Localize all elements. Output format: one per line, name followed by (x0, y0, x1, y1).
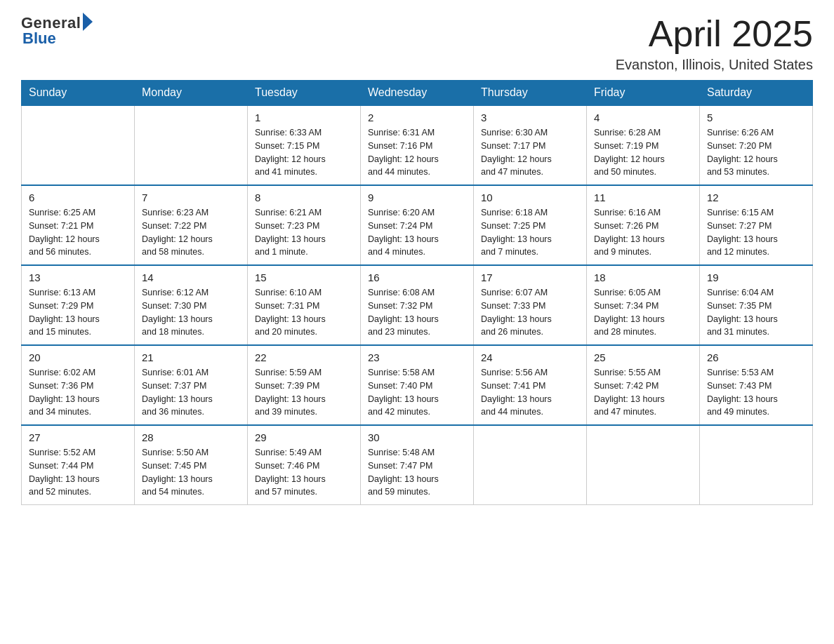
day-info: Sunrise: 6:08 AM Sunset: 7:32 PM Dayligh… (368, 286, 466, 339)
day-number: 7 (142, 192, 240, 203)
calendar-body: 1Sunrise: 6:33 AM Sunset: 7:15 PM Daylig… (22, 105, 813, 505)
day-info: Sunrise: 5:56 AM Sunset: 7:41 PM Dayligh… (481, 366, 579, 419)
calendar-day-empty (135, 105, 248, 185)
logo-blue-text: Blue (22, 29, 56, 48)
calendar-day-19: 19Sunrise: 6:04 AM Sunset: 7:35 PM Dayli… (700, 265, 813, 345)
calendar-day-9: 9Sunrise: 6:20 AM Sunset: 7:24 PM Daylig… (361, 185, 474, 265)
calendar-day-1: 1Sunrise: 6:33 AM Sunset: 7:15 PM Daylig… (248, 105, 361, 185)
weekday-header-monday: Monday (135, 81, 248, 106)
day-number: 10 (481, 192, 579, 203)
day-info: Sunrise: 6:31 AM Sunset: 7:16 PM Dayligh… (368, 126, 466, 179)
day-number: 5 (707, 112, 805, 123)
day-info: Sunrise: 6:04 AM Sunset: 7:35 PM Dayligh… (707, 286, 805, 339)
calendar-week-5: 27Sunrise: 5:52 AM Sunset: 7:44 PM Dayli… (22, 425, 813, 505)
day-info: Sunrise: 5:58 AM Sunset: 7:40 PM Dayligh… (368, 366, 466, 419)
calendar-day-12: 12Sunrise: 6:15 AM Sunset: 7:27 PM Dayli… (700, 185, 813, 265)
calendar-day-24: 24Sunrise: 5:56 AM Sunset: 7:41 PM Dayli… (474, 345, 587, 425)
page-header: General Blue April 2025 Evanston, Illino… (21, 14, 813, 73)
day-number: 11 (594, 192, 692, 203)
day-number: 4 (594, 112, 692, 123)
calendar-day-18: 18Sunrise: 6:05 AM Sunset: 7:34 PM Dayli… (587, 265, 700, 345)
day-number: 12 (707, 192, 805, 203)
day-number: 14 (142, 271, 240, 283)
day-info: Sunrise: 6:02 AM Sunset: 7:36 PM Dayligh… (29, 366, 127, 419)
day-number: 17 (481, 271, 579, 283)
day-info: Sunrise: 6:20 AM Sunset: 7:24 PM Dayligh… (368, 206, 466, 259)
day-number: 21 (142, 351, 240, 363)
day-info: Sunrise: 6:16 AM Sunset: 7:26 PM Dayligh… (594, 206, 692, 259)
day-info: Sunrise: 5:52 AM Sunset: 7:44 PM Dayligh… (29, 446, 127, 499)
day-number: 29 (255, 431, 353, 443)
month-title: April 2025 (616, 14, 813, 54)
weekday-header-sunday: Sunday (22, 81, 135, 106)
day-number: 19 (707, 271, 805, 283)
day-number: 25 (594, 351, 692, 363)
calendar-day-16: 16Sunrise: 6:08 AM Sunset: 7:32 PM Dayli… (361, 265, 474, 345)
day-info: Sunrise: 5:50 AM Sunset: 7:45 PM Dayligh… (142, 446, 240, 499)
calendar-day-28: 28Sunrise: 5:50 AM Sunset: 7:45 PM Dayli… (135, 425, 248, 505)
calendar-day-4: 4Sunrise: 6:28 AM Sunset: 7:19 PM Daylig… (587, 105, 700, 185)
calendar-week-3: 13Sunrise: 6:13 AM Sunset: 7:29 PM Dayli… (22, 265, 813, 345)
weekday-header-friday: Friday (587, 81, 700, 106)
day-info: Sunrise: 6:12 AM Sunset: 7:30 PM Dayligh… (142, 286, 240, 339)
calendar-day-empty (22, 105, 135, 185)
calendar-day-21: 21Sunrise: 6:01 AM Sunset: 7:37 PM Dayli… (135, 345, 248, 425)
calendar-day-11: 11Sunrise: 6:16 AM Sunset: 7:26 PM Dayli… (587, 185, 700, 265)
calendar-week-1: 1Sunrise: 6:33 AM Sunset: 7:15 PM Daylig… (22, 105, 813, 185)
day-info: Sunrise: 6:23 AM Sunset: 7:22 PM Dayligh… (142, 206, 240, 259)
calendar-day-3: 3Sunrise: 6:30 AM Sunset: 7:17 PM Daylig… (474, 105, 587, 185)
calendar-day-17: 17Sunrise: 6:07 AM Sunset: 7:33 PM Dayli… (474, 265, 587, 345)
day-info: Sunrise: 5:53 AM Sunset: 7:43 PM Dayligh… (707, 366, 805, 419)
calendar-day-23: 23Sunrise: 5:58 AM Sunset: 7:40 PM Dayli… (361, 345, 474, 425)
calendar-day-22: 22Sunrise: 5:59 AM Sunset: 7:39 PM Dayli… (248, 345, 361, 425)
day-number: 9 (368, 192, 466, 203)
day-info: Sunrise: 5:59 AM Sunset: 7:39 PM Dayligh… (255, 366, 353, 419)
day-info: Sunrise: 6:05 AM Sunset: 7:34 PM Dayligh… (594, 286, 692, 339)
weekday-header-wednesday: Wednesday (361, 81, 474, 106)
day-info: Sunrise: 6:07 AM Sunset: 7:33 PM Dayligh… (481, 286, 579, 339)
day-info: Sunrise: 5:49 AM Sunset: 7:46 PM Dayligh… (255, 446, 353, 499)
calendar-day-empty (587, 425, 700, 505)
day-number: 8 (255, 192, 353, 203)
calendar-week-2: 6Sunrise: 6:25 AM Sunset: 7:21 PM Daylig… (22, 185, 813, 265)
day-info: Sunrise: 6:10 AM Sunset: 7:31 PM Dayligh… (255, 286, 353, 339)
weekday-row: SundayMondayTuesdayWednesdayThursdayFrid… (22, 81, 813, 106)
calendar-week-4: 20Sunrise: 6:02 AM Sunset: 7:36 PM Dayli… (22, 345, 813, 425)
day-number: 24 (481, 351, 579, 363)
location-title: Evanston, Illinois, United States (616, 57, 813, 73)
day-number: 16 (368, 271, 466, 283)
day-info: Sunrise: 5:48 AM Sunset: 7:47 PM Dayligh… (368, 446, 466, 499)
day-number: 6 (29, 192, 127, 203)
day-info: Sunrise: 6:28 AM Sunset: 7:19 PM Dayligh… (594, 126, 692, 179)
day-number: 15 (255, 271, 353, 283)
day-number: 23 (368, 351, 466, 363)
day-number: 26 (707, 351, 805, 363)
day-number: 28 (142, 431, 240, 443)
calendar-day-10: 10Sunrise: 6:18 AM Sunset: 7:25 PM Dayli… (474, 185, 587, 265)
day-info: Sunrise: 6:18 AM Sunset: 7:25 PM Dayligh… (481, 206, 579, 259)
calendar-day-13: 13Sunrise: 6:13 AM Sunset: 7:29 PM Dayli… (22, 265, 135, 345)
calendar-day-7: 7Sunrise: 6:23 AM Sunset: 7:22 PM Daylig… (135, 185, 248, 265)
weekday-header-tuesday: Tuesday (248, 81, 361, 106)
day-number: 22 (255, 351, 353, 363)
calendar-day-empty (474, 425, 587, 505)
calendar-day-8: 8Sunrise: 6:21 AM Sunset: 7:23 PM Daylig… (248, 185, 361, 265)
calendar-day-26: 26Sunrise: 5:53 AM Sunset: 7:43 PM Dayli… (700, 345, 813, 425)
day-info: Sunrise: 6:30 AM Sunset: 7:17 PM Dayligh… (481, 126, 579, 179)
day-number: 2 (368, 112, 466, 123)
day-number: 1 (255, 112, 353, 123)
calendar-header: SundayMondayTuesdayWednesdayThursdayFrid… (22, 81, 813, 106)
weekday-header-thursday: Thursday (474, 81, 587, 106)
calendar-day-2: 2Sunrise: 6:31 AM Sunset: 7:16 PM Daylig… (361, 105, 474, 185)
calendar-day-25: 25Sunrise: 5:55 AM Sunset: 7:42 PM Dayli… (587, 345, 700, 425)
day-info: Sunrise: 6:25 AM Sunset: 7:21 PM Dayligh… (29, 206, 127, 259)
day-number: 3 (481, 112, 579, 123)
day-info: Sunrise: 6:26 AM Sunset: 7:20 PM Dayligh… (707, 126, 805, 179)
day-number: 27 (29, 431, 127, 443)
day-number: 18 (594, 271, 692, 283)
calendar-table: SundayMondayTuesdayWednesdayThursdayFrid… (21, 80, 813, 505)
logo: General Blue (21, 14, 93, 48)
day-info: Sunrise: 6:13 AM Sunset: 7:29 PM Dayligh… (29, 286, 127, 339)
day-info: Sunrise: 5:55 AM Sunset: 7:42 PM Dayligh… (594, 366, 692, 419)
day-info: Sunrise: 6:33 AM Sunset: 7:15 PM Dayligh… (255, 126, 353, 179)
